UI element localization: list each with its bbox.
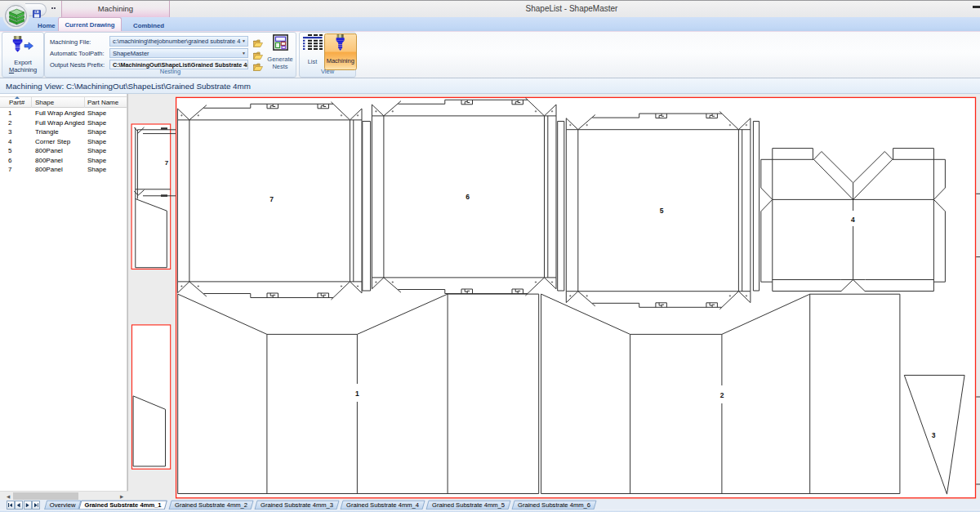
svg-text:4: 4 bbox=[851, 216, 855, 224]
svg-text:7: 7 bbox=[270, 195, 274, 203]
svg-text:5: 5 bbox=[660, 207, 664, 215]
svg-text:7: 7 bbox=[165, 159, 169, 167]
svg-text:3: 3 bbox=[932, 431, 936, 439]
svg-text:1: 1 bbox=[355, 390, 359, 398]
svg-text:6: 6 bbox=[466, 193, 470, 201]
svg-text:2: 2 bbox=[720, 391, 724, 399]
